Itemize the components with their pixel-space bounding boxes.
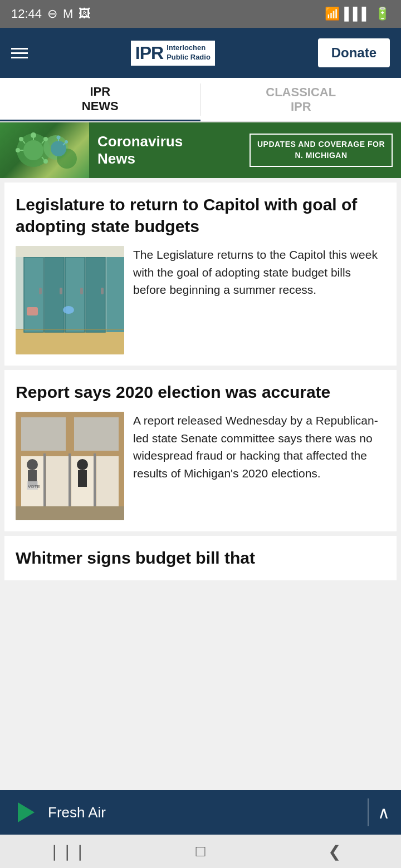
tab-ipr-news[interactable]: IPRNEWS [0,78,200,121]
article-image-lockers [16,246,124,354]
home-button[interactable]: □ [178,840,223,862]
menu-button[interactable] [11,48,28,58]
svg-rect-31 [60,288,62,294]
hamburger-line [11,52,28,54]
svg-rect-33 [101,288,104,294]
svg-rect-41 [74,417,119,451]
svg-point-15 [57,136,61,140]
svg-rect-46 [43,453,46,515]
svg-point-8 [43,159,48,164]
corona-updates: UPDATES AND COVERAGE FOR N. MICHIGAN [250,134,393,166]
tab-classical-ipr-label: CLASSICALIPR [266,85,336,114]
article-card-1[interactable]: Legislature to return to Capitol with go… [4,183,397,366]
now-playing-label: Fresh Air [48,804,359,821]
voting-art: VOTE [16,412,124,520]
svg-point-35 [63,306,74,314]
svg-rect-45 [96,456,119,512]
status-right: 📶 ▌▌▌ 🔋 [325,7,390,21]
logo-name-text: InterlochenPublic Radio [167,43,211,62]
svg-rect-40 [21,417,66,451]
svg-rect-23 [65,257,85,332]
svg-rect-52 [78,470,87,487]
tab-ipr-news-label: IPRNEWS [82,85,119,114]
svg-rect-36 [16,246,124,257]
svg-point-4 [31,132,36,138]
svg-point-49 [27,459,38,470]
article-title-3: Whitmer signs budget bill that [16,547,385,569]
corona-image [0,122,89,178]
chevron-up-icon[interactable]: ∧ [378,803,390,822]
svg-rect-43 [46,456,69,512]
article-image-voting: VOTE [16,412,124,520]
tab-bar: IPRNEWS CLASSICALIPR [0,78,401,122]
coronavirus-banner[interactable]: Coronavirus News UPDATES AND COVERAGE FO… [0,122,401,178]
svg-point-10 [19,137,23,141]
battery-icon: 🔋 [375,7,390,21]
article-body-1: The Legislature returns to the Capitol t… [16,246,385,354]
hamburger-line [11,57,28,58]
hamburger-line [11,48,28,50]
status-bar: 12:44 ⊖ M 🖼 📶 ▌▌▌ 🔋 [0,0,401,28]
svg-point-6 [43,137,48,141]
svg-rect-21 [24,257,43,332]
svg-rect-20 [16,329,124,354]
status-left: 12:44 ⊖ M 🖼 [11,7,91,21]
donate-button[interactable]: Donate [318,38,390,67]
logo-box: IPR InterlochenPublic Radio [129,39,217,67]
article-title-1: Legislature to return to Capitol with go… [16,194,385,237]
article-title-2: Report says 2020 election was accurate [16,381,385,403]
image-icon: 🖼 [79,7,91,21]
now-playing-divider [368,798,369,826]
now-playing-bar[interactable]: Fresh Air ∧ [0,790,401,835]
dnd-icon: ⊖ [47,7,57,21]
svg-rect-55 [16,506,124,520]
corona-text: Coronavirus News [89,127,250,173]
svg-rect-22 [45,257,64,332]
svg-point-3 [23,140,43,160]
header: IPR InterlochenPublic Radio Donate [0,28,401,78]
lockers-art [16,246,124,354]
article-card-2[interactable]: Report says 2020 election was accurate [4,370,397,531]
svg-rect-25 [106,257,124,332]
svg-rect-34 [27,307,38,315]
article-card-3[interactable]: Whitmer signs budget bill that [4,536,397,580]
article-summary-1: The Legislature returns to the Capitol t… [133,246,385,299]
corona-virus-art [6,125,84,175]
svg-point-51 [77,459,88,470]
play-button[interactable] [11,798,39,826]
svg-point-14 [51,141,66,156]
play-icon [18,802,35,822]
article-summary-2: A report released Wednesday by a Republi… [133,412,385,482]
svg-rect-48 [94,453,96,515]
wifi-icon: 📶 [325,7,340,21]
recent-apps-button[interactable]: ❘❘❘ [45,840,89,862]
time: 12:44 [11,7,42,21]
articles-container: Legislature to return to Capitol with go… [0,178,401,585]
svg-rect-30 [39,288,42,294]
svg-point-12 [16,148,20,152]
logo[interactable]: IPR InterlochenPublic Radio [129,39,217,67]
article-body-2: VOTE A report released Wednesday by a Re… [16,412,385,520]
svg-rect-32 [80,288,83,294]
svg-rect-47 [69,453,71,515]
bottom-nav: ❘❘❘ □ ❮ [0,835,401,868]
svg-rect-24 [86,257,105,332]
signal-icon: ▌▌▌ [344,7,370,21]
svg-text:VOTE: VOTE [28,484,40,489]
back-button[interactable]: ❮ [312,840,356,862]
corona-title: Coronavirus News [97,133,241,167]
tab-classical-ipr[interactable]: CLASSICALIPR [201,78,402,121]
mail-icon: M [63,7,73,21]
logo-ipr-text: IPR [135,43,163,63]
